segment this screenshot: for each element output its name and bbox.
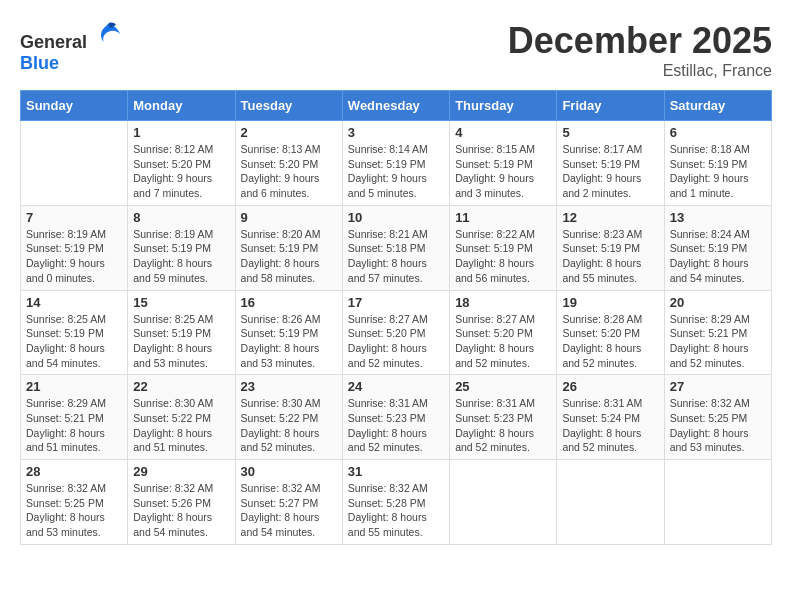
day-number: 15 bbox=[133, 295, 229, 310]
logo-general-text: General bbox=[20, 32, 87, 52]
day-detail: Sunrise: 8:31 AMSunset: 5:24 PMDaylight:… bbox=[562, 396, 658, 455]
calendar-cell: 13Sunrise: 8:24 AMSunset: 5:19 PMDayligh… bbox=[664, 205, 771, 290]
calendar-table: SundayMondayTuesdayWednesdayThursdayFrid… bbox=[20, 90, 772, 545]
calendar-cell bbox=[664, 460, 771, 545]
day-number: 8 bbox=[133, 210, 229, 225]
day-number: 17 bbox=[348, 295, 444, 310]
day-detail: Sunrise: 8:12 AMSunset: 5:20 PMDaylight:… bbox=[133, 142, 229, 201]
day-number: 28 bbox=[26, 464, 122, 479]
day-number: 9 bbox=[241, 210, 337, 225]
day-detail: Sunrise: 8:14 AMSunset: 5:19 PMDaylight:… bbox=[348, 142, 444, 201]
day-number: 1 bbox=[133, 125, 229, 140]
calendar-week-row: 28Sunrise: 8:32 AMSunset: 5:25 PMDayligh… bbox=[21, 460, 772, 545]
day-detail: Sunrise: 8:26 AMSunset: 5:19 PMDaylight:… bbox=[241, 312, 337, 371]
calendar-cell: 31Sunrise: 8:32 AMSunset: 5:28 PMDayligh… bbox=[342, 460, 449, 545]
day-number: 4 bbox=[455, 125, 551, 140]
calendar-cell: 6Sunrise: 8:18 AMSunset: 5:19 PMDaylight… bbox=[664, 121, 771, 206]
calendar-cell: 15Sunrise: 8:25 AMSunset: 5:19 PMDayligh… bbox=[128, 290, 235, 375]
day-number: 7 bbox=[26, 210, 122, 225]
calendar-week-row: 14Sunrise: 8:25 AMSunset: 5:19 PMDayligh… bbox=[21, 290, 772, 375]
day-detail: Sunrise: 8:32 AMSunset: 5:27 PMDaylight:… bbox=[241, 481, 337, 540]
day-detail: Sunrise: 8:19 AMSunset: 5:19 PMDaylight:… bbox=[133, 227, 229, 286]
calendar-cell: 14Sunrise: 8:25 AMSunset: 5:19 PMDayligh… bbox=[21, 290, 128, 375]
day-detail: Sunrise: 8:15 AMSunset: 5:19 PMDaylight:… bbox=[455, 142, 551, 201]
calendar-cell bbox=[450, 460, 557, 545]
day-detail: Sunrise: 8:13 AMSunset: 5:20 PMDaylight:… bbox=[241, 142, 337, 201]
month-title: December 2025 bbox=[508, 20, 772, 62]
day-detail: Sunrise: 8:23 AMSunset: 5:19 PMDaylight:… bbox=[562, 227, 658, 286]
day-detail: Sunrise: 8:32 AMSunset: 5:28 PMDaylight:… bbox=[348, 481, 444, 540]
day-detail: Sunrise: 8:29 AMSunset: 5:21 PMDaylight:… bbox=[670, 312, 766, 371]
day-detail: Sunrise: 8:27 AMSunset: 5:20 PMDaylight:… bbox=[348, 312, 444, 371]
day-detail: Sunrise: 8:18 AMSunset: 5:19 PMDaylight:… bbox=[670, 142, 766, 201]
day-number: 21 bbox=[26, 379, 122, 394]
day-number: 30 bbox=[241, 464, 337, 479]
weekday-header-monday: Monday bbox=[128, 91, 235, 121]
calendar-cell bbox=[557, 460, 664, 545]
calendar-cell: 4Sunrise: 8:15 AMSunset: 5:19 PMDaylight… bbox=[450, 121, 557, 206]
day-number: 14 bbox=[26, 295, 122, 310]
day-detail: Sunrise: 8:27 AMSunset: 5:20 PMDaylight:… bbox=[455, 312, 551, 371]
day-number: 29 bbox=[133, 464, 229, 479]
day-number: 16 bbox=[241, 295, 337, 310]
calendar-cell: 17Sunrise: 8:27 AMSunset: 5:20 PMDayligh… bbox=[342, 290, 449, 375]
logo-bird-icon bbox=[94, 20, 122, 48]
day-number: 23 bbox=[241, 379, 337, 394]
calendar-cell: 27Sunrise: 8:32 AMSunset: 5:25 PMDayligh… bbox=[664, 375, 771, 460]
day-detail: Sunrise: 8:20 AMSunset: 5:19 PMDaylight:… bbox=[241, 227, 337, 286]
day-detail: Sunrise: 8:29 AMSunset: 5:21 PMDaylight:… bbox=[26, 396, 122, 455]
calendar-cell: 22Sunrise: 8:30 AMSunset: 5:22 PMDayligh… bbox=[128, 375, 235, 460]
day-detail: Sunrise: 8:25 AMSunset: 5:19 PMDaylight:… bbox=[26, 312, 122, 371]
day-number: 2 bbox=[241, 125, 337, 140]
day-detail: Sunrise: 8:28 AMSunset: 5:20 PMDaylight:… bbox=[562, 312, 658, 371]
day-number: 31 bbox=[348, 464, 444, 479]
weekday-header-sunday: Sunday bbox=[21, 91, 128, 121]
day-number: 6 bbox=[670, 125, 766, 140]
weekday-header-saturday: Saturday bbox=[664, 91, 771, 121]
day-number: 13 bbox=[670, 210, 766, 225]
day-detail: Sunrise: 8:19 AMSunset: 5:19 PMDaylight:… bbox=[26, 227, 122, 286]
day-number: 27 bbox=[670, 379, 766, 394]
calendar-cell: 26Sunrise: 8:31 AMSunset: 5:24 PMDayligh… bbox=[557, 375, 664, 460]
day-detail: Sunrise: 8:30 AMSunset: 5:22 PMDaylight:… bbox=[241, 396, 337, 455]
day-number: 26 bbox=[562, 379, 658, 394]
day-number: 10 bbox=[348, 210, 444, 225]
weekday-header-friday: Friday bbox=[557, 91, 664, 121]
day-number: 24 bbox=[348, 379, 444, 394]
calendar-cell: 1Sunrise: 8:12 AMSunset: 5:20 PMDaylight… bbox=[128, 121, 235, 206]
calendar-cell: 11Sunrise: 8:22 AMSunset: 5:19 PMDayligh… bbox=[450, 205, 557, 290]
weekday-header-row: SundayMondayTuesdayWednesdayThursdayFrid… bbox=[21, 91, 772, 121]
day-detail: Sunrise: 8:31 AMSunset: 5:23 PMDaylight:… bbox=[348, 396, 444, 455]
weekday-header-tuesday: Tuesday bbox=[235, 91, 342, 121]
day-detail: Sunrise: 8:21 AMSunset: 5:18 PMDaylight:… bbox=[348, 227, 444, 286]
weekday-header-wednesday: Wednesday bbox=[342, 91, 449, 121]
day-detail: Sunrise: 8:17 AMSunset: 5:19 PMDaylight:… bbox=[562, 142, 658, 201]
location-subtitle: Estillac, France bbox=[508, 62, 772, 80]
calendar-cell: 20Sunrise: 8:29 AMSunset: 5:21 PMDayligh… bbox=[664, 290, 771, 375]
day-detail: Sunrise: 8:25 AMSunset: 5:19 PMDaylight:… bbox=[133, 312, 229, 371]
page-header: General Blue December 2025 Estillac, Fra… bbox=[20, 20, 772, 80]
logo-blue-text: Blue bbox=[20, 53, 59, 73]
calendar-cell: 29Sunrise: 8:32 AMSunset: 5:26 PMDayligh… bbox=[128, 460, 235, 545]
day-detail: Sunrise: 8:31 AMSunset: 5:23 PMDaylight:… bbox=[455, 396, 551, 455]
calendar-cell: 21Sunrise: 8:29 AMSunset: 5:21 PMDayligh… bbox=[21, 375, 128, 460]
logo: General Blue bbox=[20, 20, 122, 74]
day-number: 18 bbox=[455, 295, 551, 310]
day-detail: Sunrise: 8:30 AMSunset: 5:22 PMDaylight:… bbox=[133, 396, 229, 455]
day-detail: Sunrise: 8:22 AMSunset: 5:19 PMDaylight:… bbox=[455, 227, 551, 286]
calendar-week-row: 21Sunrise: 8:29 AMSunset: 5:21 PMDayligh… bbox=[21, 375, 772, 460]
calendar-cell: 16Sunrise: 8:26 AMSunset: 5:19 PMDayligh… bbox=[235, 290, 342, 375]
day-detail: Sunrise: 8:32 AMSunset: 5:25 PMDaylight:… bbox=[26, 481, 122, 540]
calendar-cell: 24Sunrise: 8:31 AMSunset: 5:23 PMDayligh… bbox=[342, 375, 449, 460]
calendar-cell: 30Sunrise: 8:32 AMSunset: 5:27 PMDayligh… bbox=[235, 460, 342, 545]
day-number: 20 bbox=[670, 295, 766, 310]
day-detail: Sunrise: 8:32 AMSunset: 5:25 PMDaylight:… bbox=[670, 396, 766, 455]
day-number: 12 bbox=[562, 210, 658, 225]
calendar-cell: 10Sunrise: 8:21 AMSunset: 5:18 PMDayligh… bbox=[342, 205, 449, 290]
day-number: 5 bbox=[562, 125, 658, 140]
day-number: 11 bbox=[455, 210, 551, 225]
calendar-cell: 18Sunrise: 8:27 AMSunset: 5:20 PMDayligh… bbox=[450, 290, 557, 375]
calendar-cell: 23Sunrise: 8:30 AMSunset: 5:22 PMDayligh… bbox=[235, 375, 342, 460]
day-number: 25 bbox=[455, 379, 551, 394]
calendar-cell: 25Sunrise: 8:31 AMSunset: 5:23 PMDayligh… bbox=[450, 375, 557, 460]
